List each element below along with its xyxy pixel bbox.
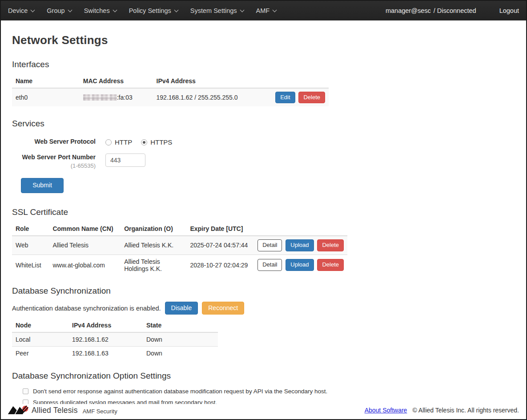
- col-header-expiry: Expiry Date [UTC]: [186, 222, 254, 236]
- nav-menu-device-label: Device: [8, 7, 28, 14]
- db-sync-row-peer: Peer 192.168.1.63 Down: [12, 347, 218, 360]
- https-radio[interactable]: [141, 139, 147, 145]
- cert-org: Allied Telesis K.K.: [121, 236, 186, 254]
- nav-menu-switches[interactable]: Switches: [78, 1, 123, 20]
- chevron-down-icon: [174, 8, 178, 12]
- col-header-mac: MAC Address: [80, 74, 153, 88]
- about-software-link[interactable]: About Software: [365, 407, 407, 414]
- ssl-row-web: Web Allied Telesis Allied Telesis K.K. 2…: [12, 236, 347, 254]
- node-name: Peer: [12, 347, 68, 360]
- col-header-node-ipv4: IPv4 Address: [68, 319, 143, 332]
- network-settings-page: { "navbar": { "menus": [ { "label": "Dev…: [0, 0, 527, 420]
- protocol-radio-group: HTTP HTTPS: [105, 138, 172, 146]
- edit-interface-button[interactable]: Edit: [275, 92, 295, 103]
- col-header-org: Organization (O): [121, 222, 186, 236]
- node-ipv4: 192.168.1.62: [68, 332, 143, 347]
- db-options-heading: Database Synchronization Option Settings: [12, 371, 515, 381]
- nav-menu-amf-label: AMF: [256, 7, 270, 14]
- port-number-input[interactable]: [105, 153, 145, 167]
- nav-menu-group-menu[interactable]: Group: [40, 1, 77, 20]
- cert-expiry: 2025-07-24 04:57:44: [186, 236, 254, 254]
- port-form-row: Web Server Port Number (1-65535): [12, 153, 515, 169]
- cert-cn: www.at-global.com: [49, 254, 121, 275]
- nav-menu-switches-label: Switches: [84, 7, 110, 14]
- cert-cn: Allied Telesis: [49, 236, 121, 254]
- page-footer: Allied Telesis AMF Security About Softwa…: [1, 404, 526, 419]
- upload-cert-button[interactable]: Upload: [286, 239, 314, 251]
- user-connection-status: manager@sesc / Disconnected: [386, 7, 476, 14]
- interfaces-table: Name MAC Address IPv4 Address eth0 :fa:0…: [12, 74, 329, 106]
- node-state: Down: [143, 347, 218, 360]
- protocol-label: Web Server Protocol: [12, 138, 96, 145]
- ssl-heading: SSL Certificate: [12, 207, 515, 217]
- mac-redacted-blur: [83, 94, 117, 101]
- logout-button[interactable]: Logout: [499, 7, 519, 14]
- disable-sync-button[interactable]: Disable: [165, 302, 198, 315]
- http-radio-label: HTTP: [115, 138, 132, 146]
- ssl-header-row: Role Common Name (CN) Organization (O) E…: [12, 222, 347, 236]
- node-state: Down: [143, 332, 218, 347]
- footer-brand-block: Allied Telesis AMF Security: [8, 405, 117, 416]
- chevron-down-icon: [113, 8, 117, 12]
- top-navbar: Device Group Switches Policy Settings Sy…: [1, 1, 526, 20]
- connection-status: / Disconnected: [434, 7, 476, 14]
- nav-menu-policy-settings-label: Policy Settings: [129, 7, 171, 14]
- chevron-down-icon: [240, 8, 244, 12]
- delete-cert-button[interactable]: Delete: [317, 259, 344, 271]
- mac-visible-suffix: :fa:03: [117, 94, 133, 101]
- ssl-table: Role Common Name (CN) Organization (O) E…: [12, 222, 347, 275]
- nav-menu-system-settings[interactable]: System Settings: [184, 1, 250, 20]
- col-header-state: State: [143, 319, 218, 332]
- nav-menu-policy-settings[interactable]: Policy Settings: [123, 1, 184, 20]
- node-name: Local: [12, 332, 68, 347]
- allied-telesis-logo: [8, 405, 29, 416]
- nav-menu-amf[interactable]: AMF: [250, 1, 283, 20]
- https-radio-option[interactable]: HTTPS: [141, 138, 172, 146]
- nav-menu-system-settings-label: System Settings: [190, 7, 237, 14]
- interfaces-header-row: Name MAC Address IPv4 Address: [12, 74, 329, 88]
- product-name: AMF Security: [83, 408, 117, 415]
- interfaces-heading: Interfaces: [12, 60, 515, 69]
- port-range-hint: (1-65535): [12, 162, 96, 169]
- services-submit-button[interactable]: Submit: [21, 178, 64, 193]
- db-sync-row-local: Local 192.168.1.62 Down: [12, 332, 218, 347]
- node-ipv4: 192.168.1.63: [68, 347, 143, 360]
- chevron-down-icon: [68, 8, 72, 12]
- detail-cert-button[interactable]: Detail: [257, 259, 282, 271]
- db-sync-table: Node IPv4 Address State Local 192.168.1.…: [12, 319, 218, 360]
- copyright-text: © Allied Telesis Inc. All rights reserve…: [412, 407, 519, 414]
- col-header-ipv4: IPv4 Address: [153, 74, 272, 88]
- port-label: Web Server Port Number: [12, 153, 96, 161]
- col-header-name: Name: [12, 74, 80, 88]
- option-row-api-error: Don't send error response against authen…: [23, 388, 515, 395]
- delete-cert-button[interactable]: Delete: [317, 239, 344, 251]
- chevron-down-icon: [273, 8, 277, 12]
- interface-name: eth0: [12, 88, 80, 106]
- page-title: Network Settings: [12, 33, 515, 47]
- delete-interface-button[interactable]: Delete: [298, 92, 325, 103]
- api-error-checkbox[interactable]: [23, 388, 28, 394]
- navbar-right: manager@sesc / Disconnected Logout: [386, 7, 519, 14]
- services-heading: Services: [12, 119, 515, 129]
- cert-role: WhiteList: [12, 254, 49, 275]
- col-header-actions: [272, 74, 329, 88]
- db-sync-status-line: Authentication database synchronization …: [12, 302, 515, 315]
- col-header-cert-actions: [254, 222, 347, 236]
- col-header-node: Node: [12, 319, 68, 332]
- https-radio-label: HTTPS: [150, 138, 172, 146]
- main-content: Network Settings Interfaces Name MAC Add…: [1, 33, 526, 420]
- http-radio[interactable]: [105, 139, 112, 145]
- reconnect-sync-button[interactable]: Reconnect: [202, 302, 244, 315]
- col-header-cn: Common Name (CN): [49, 222, 121, 236]
- db-sync-heading: Database Synchronization: [12, 286, 515, 296]
- ssl-row-whitelist: WhiteList www.at-global.com Allied Teles…: [12, 254, 347, 275]
- cert-org: Allied Telesis Holdings K.K.: [121, 254, 186, 275]
- cert-role: Web: [12, 236, 49, 254]
- detail-cert-button[interactable]: Detail: [257, 239, 282, 251]
- nav-menu-group-label: Group: [47, 7, 64, 14]
- nav-menu-device[interactable]: Device: [2, 1, 40, 20]
- chevron-down-icon: [31, 8, 35, 12]
- protocol-form-row: Web Server Protocol HTTP HTTPS: [12, 138, 515, 146]
- upload-cert-button[interactable]: Upload: [286, 259, 314, 271]
- http-radio-option[interactable]: HTTP: [105, 138, 132, 146]
